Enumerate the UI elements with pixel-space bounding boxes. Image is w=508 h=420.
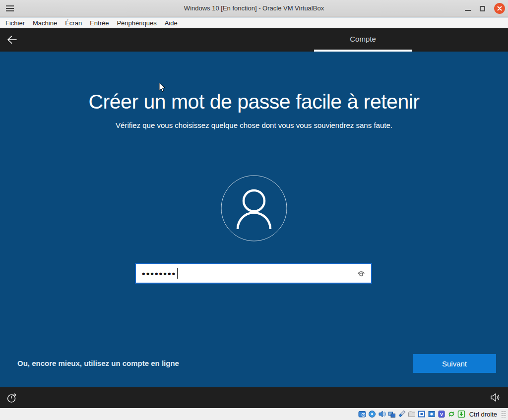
close-icon <box>497 6 502 11</box>
mouse-integration-icon[interactable] <box>447 410 455 418</box>
back-button[interactable] <box>6 35 17 45</box>
hard-disks-icon[interactable] <box>358 410 366 418</box>
menubar: Fichier Machine Écran Entrée Périphériqu… <box>0 17 508 28</box>
minimize-button[interactable] <box>465 10 471 11</box>
menu-peripheriques[interactable]: Périphériques <box>113 19 160 27</box>
menu-machine[interactable]: Machine <box>29 19 61 27</box>
menu-ecran[interactable]: Écran <box>61 19 86 27</box>
reveal-password-icon[interactable] <box>356 269 366 278</box>
host-key-label: Ctrl droite <box>469 411 497 418</box>
menu-aide[interactable]: Aide <box>161 19 182 27</box>
tab-compte-label: Compte <box>314 35 412 43</box>
volume-icon[interactable] <box>490 393 501 402</box>
oobe-footer <box>0 387 508 408</box>
menu-entree[interactable]: Entrée <box>86 19 113 27</box>
mouse-cursor <box>159 82 166 92</box>
recording-icon[interactable] <box>428 410 436 418</box>
window-title: Windows 10 [En fonction] - Oracle VM Vir… <box>0 4 508 12</box>
ease-of-access-icon[interactable] <box>6 392 17 403</box>
tab-compte: Compte <box>314 28 412 52</box>
network-icon[interactable] <box>388 410 396 418</box>
page-title: Créer un mot de passe facile à retenir <box>0 90 508 114</box>
close-button[interactable] <box>494 3 505 14</box>
virtualbox-window: Windows 10 [En fonction] - Oracle VM Vir… <box>0 0 508 420</box>
svg-text:V: V <box>440 412 443 417</box>
window-controls <box>465 0 505 17</box>
optical-drives-icon[interactable] <box>368 410 376 418</box>
password-input[interactable]: •••••••• <box>135 263 372 284</box>
page-subtitle: Vérifiez que vous choisissez quelque cho… <box>0 121 508 129</box>
audio-icon[interactable] <box>378 410 386 418</box>
oobe-header: Compte <box>0 28 508 52</box>
text-caret <box>177 268 178 279</box>
maximize-button[interactable] <box>480 6 485 11</box>
back-arrow-icon <box>6 35 17 45</box>
usb-icon[interactable] <box>398 410 406 418</box>
menu-fichier[interactable]: Fichier <box>1 19 29 27</box>
use-online-account-link[interactable]: Ou, encore mieux, utilisez un compte en … <box>17 359 179 367</box>
display-icon[interactable] <box>418 410 426 418</box>
resize-grip[interactable] <box>501 411 506 418</box>
next-button[interactable]: Suivant <box>413 354 496 373</box>
password-masked-value: •••••••• <box>142 269 176 278</box>
oobe-main: Créer un mot de passe facile à retenir V… <box>0 52 508 387</box>
user-avatar-icon <box>221 175 287 241</box>
shared-folders-icon[interactable] <box>408 410 416 418</box>
keyboard-icon[interactable] <box>457 410 465 418</box>
vbox-statusbar: V Ctrl droite <box>0 408 508 420</box>
titlebar: Windows 10 [En fonction] - Oracle VM Vir… <box>0 0 508 17</box>
features-icon[interactable]: V <box>438 410 445 418</box>
